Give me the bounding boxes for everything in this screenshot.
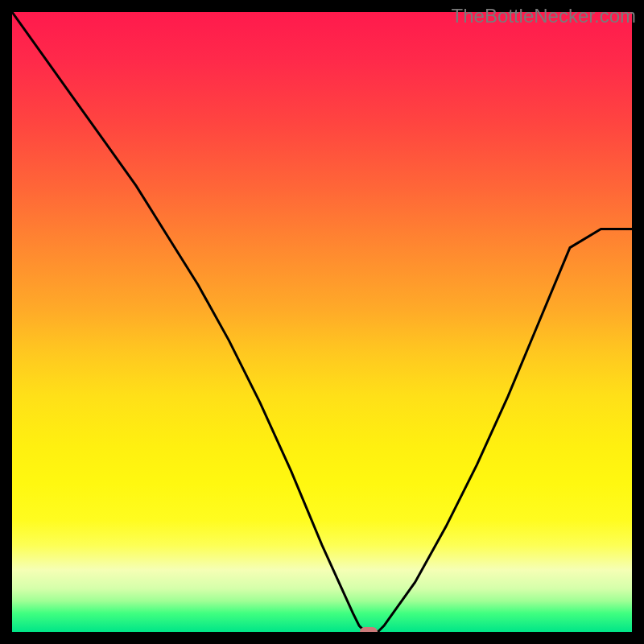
gradient-background <box>12 12 632 632</box>
watermark-text: TheBottleNecker.com <box>452 5 636 27</box>
minimum-marker <box>360 627 378 632</box>
chart-plot-area <box>12 12 632 632</box>
